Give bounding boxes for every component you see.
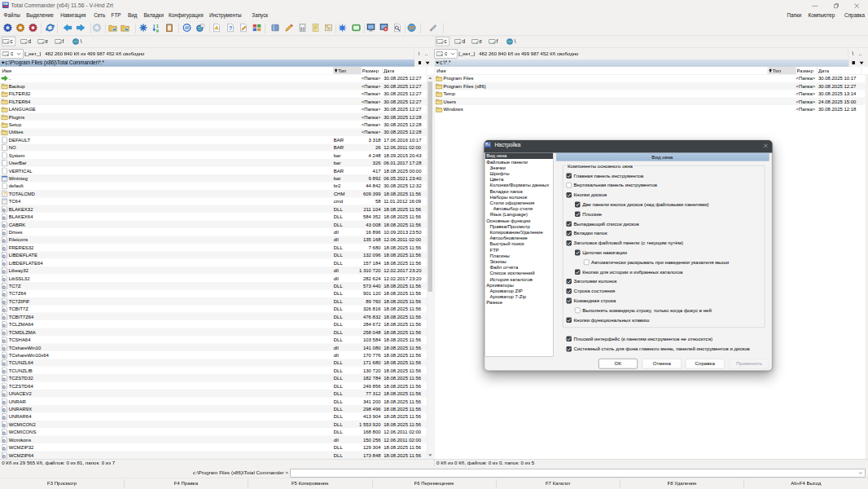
- svg-text:?: ?: [229, 24, 233, 32]
- svg-text:9: 9: [156, 29, 159, 33]
- svg-text:?: ?: [2, 191, 6, 196]
